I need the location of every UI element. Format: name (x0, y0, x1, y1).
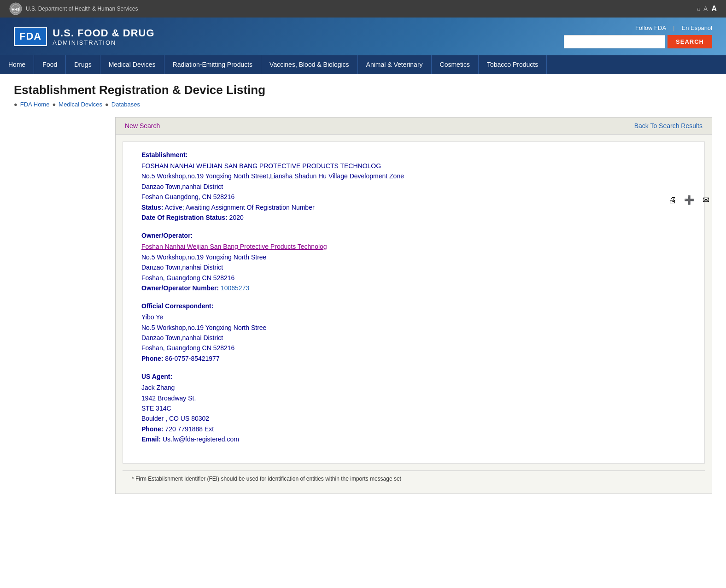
fda-title-line1: U.S. FOOD & DRUG (53, 27, 154, 39)
fda-logo: FDA U.S. FOOD & DRUG ADMINISTRATION (14, 27, 155, 46)
agent-address1: 1942 Broadway St. (141, 393, 686, 403)
owner-operator-label: Owner/Operator: (141, 232, 686, 239)
agent-name: Jack Zhang (141, 382, 686, 393)
agent-phone-label: Phone: (141, 425, 163, 433)
breadcrumb-bullet-1: ● (14, 101, 18, 108)
agent-address2: STE 314C (141, 403, 686, 413)
nav-medical-devices[interactable]: Medical Devices (100, 55, 164, 74)
font-medium-button[interactable]: A (703, 5, 708, 12)
nav-tobacco[interactable]: Tobacco Products (479, 55, 547, 74)
registration-date: Date Of Registration Status: 2020 (141, 212, 686, 223)
correspondent-phone: Phone: 86-0757-85421977 (141, 353, 686, 364)
establishment-address3: Foshan Guangdong, CN 528216 (141, 192, 686, 202)
site-header: FDA U.S. FOOD & DRUG ADMINISTRATION Foll… (0, 18, 726, 55)
hhs-seal-icon: HHS (9, 2, 22, 15)
nav-cosmetics[interactable]: Cosmetics (432, 55, 479, 74)
agent-address3: Boulder , CO US 80302 (141, 413, 686, 423)
breadcrumb-databases[interactable]: Databases (111, 101, 140, 108)
correspondent-name: Yibo Ye (141, 312, 686, 322)
gov-agency-name: U.S. Department of Health & Human Servic… (26, 6, 138, 12)
breadcrumb-sep-1: ● (52, 101, 56, 108)
gov-bar: HHS U.S. Department of Health & Human Se… (0, 0, 726, 18)
establishment-status: Status: Active; Awaiting Assignment Of R… (141, 202, 686, 212)
content-box: New Search Back To Search Results Establ… (115, 117, 712, 494)
font-large-button[interactable]: A (711, 5, 717, 13)
fda-title: U.S. FOOD & DRUG ADMINISTRATION (53, 27, 154, 46)
agent-email: Email: Us.fw@fda-registered.com (141, 434, 686, 444)
print-icon[interactable]: 🖨 (666, 194, 679, 206)
owner-number: Owner/Operator Number: 10065273 (141, 283, 686, 293)
new-search-link[interactable]: New Search (125, 122, 160, 129)
agent-phone: Phone: 720 7791888 Ext (141, 424, 686, 434)
us-agent-label: US Agent: (141, 373, 686, 380)
search-input[interactable] (564, 35, 665, 48)
owner-number-label: Owner/Operator Number: (141, 284, 219, 292)
nav-vaccines[interactable]: Vaccines, Blood & Biologics (261, 55, 358, 74)
header-divider: | (673, 24, 674, 31)
main-navigation: Home Food Drugs Medical Devices Radiatio… (0, 55, 726, 74)
date-value: 2020 (229, 214, 244, 221)
status-label: Status: (141, 204, 163, 211)
owner-address1: No.5 Workshop,no.19 Yongxing North Stree (141, 252, 686, 262)
correspondent-phone-value: 86-0757-85421977 (165, 355, 219, 362)
us-agent-section: US Agent: Jack Zhang 1942 Broadway St. S… (141, 373, 686, 444)
nav-food[interactable]: Food (34, 55, 66, 74)
owner-operator-section: Owner/Operator: Foshan Nanhai Weijian Sa… (141, 232, 686, 293)
email-icon[interactable]: ✉ (699, 194, 712, 206)
nav-animal[interactable]: Animal & Veterinary (358, 55, 432, 74)
official-correspondent-label: Official Correspondent: (141, 302, 686, 310)
page-content: Establishment Registration & Device List… (0, 74, 726, 503)
nav-home[interactable]: Home (0, 55, 34, 74)
status-value: Active; Awaiting Assignment Of Registrat… (165, 204, 315, 211)
follow-fda-link[interactable]: Follow FDA (635, 24, 666, 31)
establishment-name: FOSHAN NANHAI WEIJIAN SAN BANG PROTECTIV… (141, 161, 686, 171)
establishment-label: Establishment: (141, 151, 686, 159)
footnote: * Firm Establishment Identifier (FEI) sh… (123, 470, 705, 487)
agent-phone-value: 720 7791888 Ext (165, 425, 214, 433)
correspondent-address2: Danzao Town,nanhai District (141, 333, 686, 343)
fda-acronym: FDA (14, 27, 47, 46)
bookmark-icon[interactable]: ➕ (683, 194, 696, 206)
page-actions: 🖨 ➕ ✉ (666, 194, 712, 206)
page-title: Establishment Registration & Device List… (14, 83, 712, 97)
agent-email-label: Email: (141, 435, 161, 443)
breadcrumb-sep-2: ● (105, 101, 109, 108)
correspondent-address3: Foshan, Guangdong CN 528216 (141, 343, 686, 353)
owner-operator-link[interactable]: Foshan Nanhai Weijian San Bang Protectiv… (141, 241, 686, 252)
font-small-button[interactable]: a (697, 6, 700, 12)
owner-number-link[interactable]: 10065273 (221, 284, 249, 292)
breadcrumb: ● FDA Home ● Medical Devices ● Databases (14, 101, 712, 108)
establishment-address1: No.5 Workshop,no.19 Yongxing North Stree… (141, 171, 686, 181)
owner-address3: Foshan, Guangdong CN 528216 (141, 273, 686, 283)
official-correspondent-section: Official Correspondent: Yibo Ye No.5 Wor… (141, 302, 686, 364)
header-links: Follow FDA | En Español (635, 24, 712, 31)
search-row: SEARCH (564, 35, 712, 48)
correspondent-address1: No.5 Workshop,no.19 Yongxing North Stree (141, 323, 686, 333)
gov-bar-left: HHS U.S. Department of Health & Human Se… (9, 2, 138, 15)
date-label: Date Of Registration Status: (141, 214, 228, 221)
svg-text:HHS: HHS (12, 7, 20, 12)
breadcrumb-fda-home[interactable]: FDA Home (20, 101, 50, 108)
nav-radiation[interactable]: Radiation-Emitting Products (164, 55, 262, 74)
owner-address2: Danzao Town,nanhai District (141, 262, 686, 272)
search-button[interactable]: SEARCH (667, 35, 712, 48)
record-content: Establishment: FOSHAN NANHAI WEIJIAN SAN… (123, 141, 705, 464)
nav-drugs[interactable]: Drugs (66, 55, 100, 74)
correspondent-phone-label: Phone: (141, 355, 163, 362)
font-size-controls: a A A (697, 5, 717, 13)
agent-email-value: Us.fw@fda-registered.com (163, 435, 239, 443)
establishment-address2: Danzao Town,nanhai District (141, 182, 686, 192)
content-box-header: New Search Back To Search Results (116, 118, 712, 135)
back-to-results-link[interactable]: Back To Search Results (634, 122, 703, 129)
establishment-section: Establishment: FOSHAN NANHAI WEIJIAN SAN… (141, 151, 686, 223)
breadcrumb-medical-devices[interactable]: Medical Devices (59, 101, 102, 108)
header-right: Follow FDA | En Español SEARCH (564, 24, 712, 48)
fda-title-line2: ADMINISTRATION (53, 39, 154, 46)
en-espanol-link[interactable]: En Español (682, 24, 713, 31)
